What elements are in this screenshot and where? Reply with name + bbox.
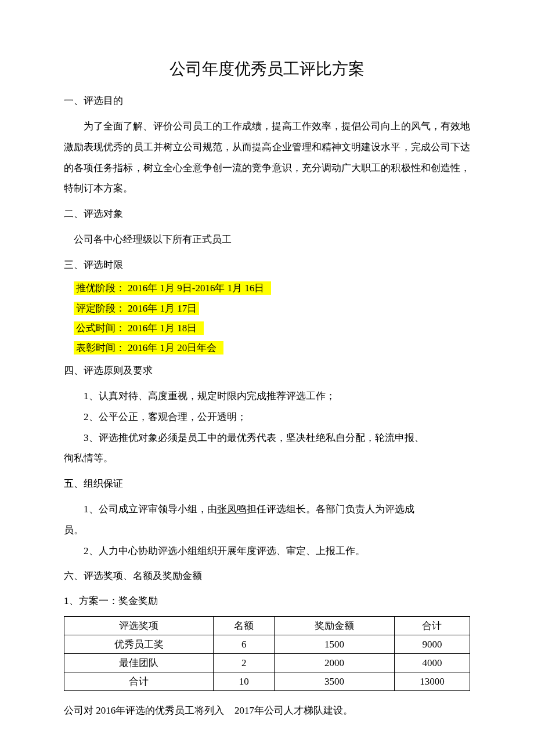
section-6-head: 六、评选奖项、名额及奖励金额 bbox=[64, 567, 470, 585]
th-award: 评选奖项 bbox=[64, 617, 214, 635]
cell: 最佳团队 bbox=[64, 654, 214, 672]
cell: 2000 bbox=[275, 654, 395, 672]
footer-a: 公司对 2016年评选的优秀员工将列入 bbox=[64, 705, 224, 716]
cell: 4000 bbox=[394, 654, 470, 672]
cell: 3500 bbox=[275, 672, 395, 691]
timeline-4: 表彰时间： 2016年 1月 20日年会 bbox=[74, 340, 470, 356]
s5-item-1-name: 张凤鸣 bbox=[217, 504, 247, 515]
table-row: 合计 10 3500 13000 bbox=[64, 672, 470, 691]
timeline-2-text: 评定阶段： 2016年 1月 17日 bbox=[74, 302, 199, 315]
timeline-2: 评定阶段： 2016年 1月 17日 bbox=[74, 301, 470, 316]
section-3-head: 三、评选时限 bbox=[64, 256, 470, 274]
s4-item-2: 2、公平公正，客观合理，公开透明； bbox=[64, 407, 470, 428]
footer-b: 2017年公司人才梯队建设。 bbox=[232, 705, 353, 716]
th-total: 合计 bbox=[394, 617, 470, 635]
footer-note: 公司对 2016年评选的优秀员工将列入 2017年公司人才梯队建设。 bbox=[64, 700, 470, 721]
s5-item-1a: 1、公司成立评审领导小组，由 bbox=[84, 504, 217, 515]
s5-item-2: 2、人力中心协助评选小组组织开展年度评选、审定、上报工作。 bbox=[64, 541, 470, 562]
s5-item-1c: 员。 bbox=[64, 520, 470, 541]
cell: 6 bbox=[214, 635, 275, 654]
th-quota: 名额 bbox=[214, 617, 275, 635]
section-1-para: 为了全面了解、评价公司员工的工作成绩，提高工作效率，提倡公司向上的风气，有效地激… bbox=[64, 116, 470, 199]
section-2-head: 二、评选对象 bbox=[64, 205, 470, 223]
s5-item-1: 1、公司成立评审领导小组，由张凤鸣担任评选组长。各部门负责人为评选成 bbox=[64, 499, 470, 520]
cell: 优秀员工奖 bbox=[64, 635, 214, 654]
s4-item-3a: 3、评选推优对象必须是员工中的最优秀代表，坚决杜绝私自分配，轮流申报、 bbox=[64, 428, 470, 448]
timeline-3: 公式时间： 2016年 1月 18日 bbox=[74, 320, 470, 336]
section-2-para: 公司各中心经理级以下所有正式员工 bbox=[64, 229, 470, 250]
cell: 9000 bbox=[394, 635, 470, 654]
doc-title: 公司年度优秀员工评比方案 bbox=[64, 58, 470, 80]
section-4-head: 四、评选原则及要求 bbox=[64, 361, 470, 380]
th-amount: 奖励金额 bbox=[275, 617, 395, 635]
table-header-row: 评选奖项 名额 奖励金额 合计 bbox=[64, 617, 470, 635]
cell: 2 bbox=[214, 654, 275, 672]
timeline-1-text: 推优阶段： 2016年 1月 9日-2016年 1月 16日 bbox=[74, 281, 271, 295]
timeline-1: 推优阶段： 2016年 1月 9日-2016年 1月 16日 bbox=[74, 280, 470, 296]
section-1-head: 一、评选目的 bbox=[64, 92, 470, 110]
section-6-sub: 1、方案一：奖金奖励 bbox=[64, 592, 470, 610]
s4-item-1: 1、认真对待、高度重视，规定时限内完成推荐评选工作； bbox=[64, 386, 470, 407]
table-row: 最佳团队 2 2000 4000 bbox=[64, 654, 470, 672]
s5-item-1b: 担任评选组长。各部门负责人为评选成 bbox=[247, 504, 414, 515]
timeline-3-text: 公式时间： 2016年 1月 18日 bbox=[74, 321, 204, 335]
cell: 合计 bbox=[64, 672, 214, 691]
s4-item-3b: 徇私情等。 bbox=[64, 448, 470, 469]
cell: 10 bbox=[214, 672, 275, 691]
timeline-4-text: 表彰时间： 2016年 1月 20日年会 bbox=[74, 341, 223, 355]
section-5-head: 五、组织保证 bbox=[64, 475, 470, 493]
award-table: 评选奖项 名额 奖励金额 合计 优秀员工奖 6 1500 9000 最佳团队 2… bbox=[64, 616, 470, 691]
cell: 13000 bbox=[394, 672, 470, 691]
cell: 1500 bbox=[275, 635, 395, 654]
table-row: 优秀员工奖 6 1500 9000 bbox=[64, 635, 470, 654]
